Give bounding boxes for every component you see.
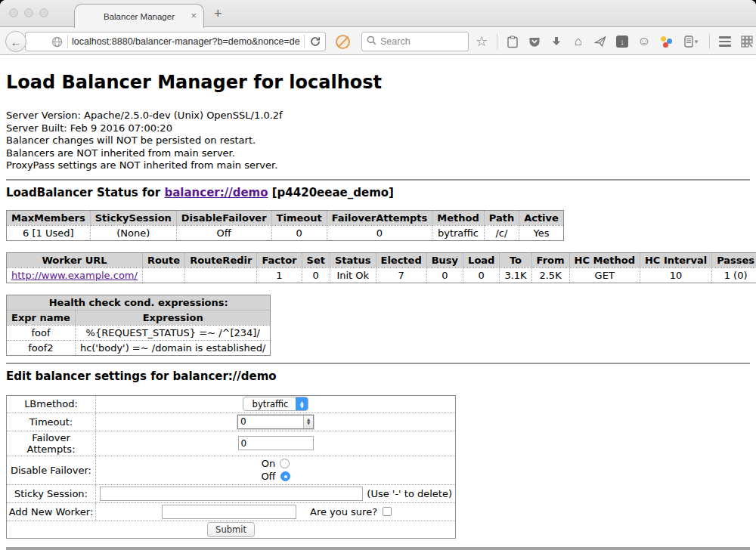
lbmethod-select[interactable]: bytraffic ▲▼ bbox=[243, 397, 309, 411]
col-active: Active bbox=[519, 210, 564, 225]
urlbar-divider bbox=[304, 35, 305, 48]
col-factor: Factor bbox=[257, 252, 302, 267]
bookmark-star-icon[interactable]: ☆ bbox=[475, 34, 488, 49]
col-expression: Expression bbox=[75, 310, 271, 325]
search-bar[interactable] bbox=[361, 32, 469, 51]
col-hc-interval: HC Interval bbox=[640, 252, 711, 267]
downloads-icon[interactable] bbox=[550, 34, 563, 49]
timeout-input[interactable] bbox=[238, 416, 303, 428]
cell-maxmembers: 6 [1 Used] bbox=[7, 225, 91, 240]
failover-on-radio[interactable] bbox=[280, 459, 290, 468]
tab-title: Balancer Manager bbox=[104, 12, 175, 21]
col-routeredir: RouteRedir bbox=[185, 252, 257, 267]
home-icon[interactable]: ⌂ bbox=[572, 34, 585, 49]
window-controls bbox=[9, 8, 48, 17]
cell-stickysession: (None) bbox=[90, 225, 176, 240]
send-icon[interactable] bbox=[593, 34, 607, 49]
close-tab-icon[interactable]: × bbox=[191, 11, 197, 20]
grid-extension-icon[interactable] bbox=[740, 34, 754, 49]
col-stickysession: StickySession bbox=[90, 210, 176, 225]
table-row: 6 [1 Used] (None) Off 0 0 bytraffic /c/ … bbox=[7, 225, 564, 240]
sticky-session-hint: (Use '-' to delete) bbox=[367, 488, 452, 499]
col-elected: Elected bbox=[376, 252, 426, 267]
dots-icon bbox=[660, 36, 672, 48]
col-maxmembers: MaxMembers bbox=[7, 210, 91, 225]
sticky-session-input[interactable] bbox=[100, 487, 363, 501]
extension-download-icon[interactable]: ↓ bbox=[615, 34, 629, 49]
content-blocked-icon[interactable] bbox=[336, 35, 350, 49]
table-title-row: Health check cond. expressions: bbox=[7, 295, 271, 310]
globe-icon bbox=[50, 34, 64, 49]
number-spinner-icon[interactable]: ▲▼ bbox=[303, 416, 313, 428]
col-to: To bbox=[500, 252, 531, 267]
form-row-disable-failover: Disable Failover: On Off bbox=[7, 456, 456, 484]
device-panel-icon[interactable]: ▾ bbox=[681, 34, 701, 49]
toolbar-divider bbox=[497, 34, 497, 49]
table-header-row: Worker URL Route RouteRedir Factor Set S… bbox=[7, 252, 756, 267]
maximize-window-button[interactable] bbox=[39, 8, 48, 17]
table-row: foof %{REQUEST_STATUS} =~ /^[234]/ bbox=[7, 325, 271, 340]
timeout-label: Timeout: bbox=[7, 412, 96, 431]
cell-active: Yes bbox=[519, 225, 564, 240]
clipboard-icon[interactable] bbox=[506, 34, 519, 49]
cell-route bbox=[142, 267, 184, 283]
bottom-divider bbox=[6, 547, 750, 550]
download-badge-icon: ↓ bbox=[616, 36, 628, 48]
off-label: Off bbox=[261, 471, 275, 482]
are-you-sure-checkbox[interactable] bbox=[383, 507, 392, 516]
col-load: Load bbox=[463, 252, 500, 267]
back-button[interactable]: ← bbox=[5, 31, 26, 52]
pocket-icon[interactable] bbox=[528, 34, 541, 49]
colored-dots-extension-icon[interactable] bbox=[659, 34, 673, 49]
cell-expression: %{REQUEST_STATUS} =~ /^[234]/ bbox=[75, 325, 271, 340]
minimize-window-button[interactable] bbox=[24, 8, 33, 17]
cell-passes: 1 (0) bbox=[712, 267, 756, 283]
url-bar[interactable] bbox=[25, 32, 326, 51]
server-info: Server Version: Apache/2.5.0-dev (Unix) … bbox=[6, 110, 750, 172]
add-worker-input[interactable] bbox=[162, 505, 296, 519]
col-method: Method bbox=[432, 210, 484, 225]
submit-button[interactable]: Submit bbox=[207, 522, 255, 537]
table-row: http://www.example.com/ 1 0 Init Ok 7 0 … bbox=[7, 267, 756, 283]
url-input[interactable] bbox=[72, 36, 300, 47]
menu-hamburger-icon[interactable] bbox=[718, 34, 732, 49]
browser-tab[interactable]: Balancer Manager × bbox=[74, 4, 204, 28]
cell-failoverattempts: 0 bbox=[327, 225, 432, 240]
col-worker-url: Worker URL bbox=[7, 252, 143, 267]
cell-load: 0 bbox=[463, 267, 500, 283]
cell-elected: 7 bbox=[376, 267, 426, 283]
cell-path: /c/ bbox=[484, 225, 519, 240]
heading-suffix: [p4420eeae_demo] bbox=[268, 186, 394, 199]
cell-expression: hc('body') =~ /domain is established/ bbox=[75, 340, 271, 355]
lbmethod-selected-value: bytraffic bbox=[243, 397, 296, 410]
navigation-toolbar: ← ☆ bbox=[0, 28, 756, 55]
reload-icon[interactable] bbox=[308, 34, 322, 49]
health-check-table: Health check cond. expressions: Expr nam… bbox=[6, 295, 271, 356]
cell-to: 3.1K bbox=[500, 267, 531, 283]
new-tab-button[interactable]: + bbox=[214, 6, 222, 22]
failover-off-radio[interactable] bbox=[280, 471, 290, 481]
col-busy: Busy bbox=[426, 252, 463, 267]
cell-busy: 0 bbox=[426, 267, 463, 283]
form-row-sticky-session: Sticky Session: (Use '-' to delete) bbox=[7, 484, 456, 502]
cell-hc-interval: 10 bbox=[640, 267, 711, 283]
server-built: Server Built: Feb 9 2016 07:00:20 bbox=[6, 122, 750, 135]
col-passes: Passes bbox=[712, 252, 756, 267]
toolbar-icons: ☆ ⌂ ↓ ☺ ▾ bbox=[475, 28, 754, 55]
lbmethod-label: LBmethod: bbox=[7, 395, 96, 412]
are-you-sure-label: Are you sure? bbox=[310, 506, 377, 518]
balancer-link[interactable]: balancer://demo bbox=[164, 186, 268, 199]
close-window-button[interactable] bbox=[9, 8, 18, 17]
failover-attempts-input[interactable] bbox=[238, 436, 314, 450]
urlbar-divider bbox=[67, 35, 68, 48]
cell-status: Init Ok bbox=[330, 267, 376, 283]
feedback-smiley-icon[interactable]: ☺ bbox=[637, 34, 651, 49]
worker-url-link[interactable]: http://www.example.com/ bbox=[11, 270, 138, 281]
cell-method: bytraffic bbox=[432, 225, 484, 240]
cell-hc-method: GET bbox=[569, 267, 640, 283]
col-hc-method: HC Method bbox=[569, 252, 640, 267]
form-row-add-worker: Add New Worker: Are you sure? bbox=[7, 502, 456, 521]
table-header-row: Expr name Expression bbox=[7, 310, 271, 325]
hamburger-bars bbox=[719, 36, 731, 47]
cell-from: 2.5K bbox=[531, 267, 569, 283]
